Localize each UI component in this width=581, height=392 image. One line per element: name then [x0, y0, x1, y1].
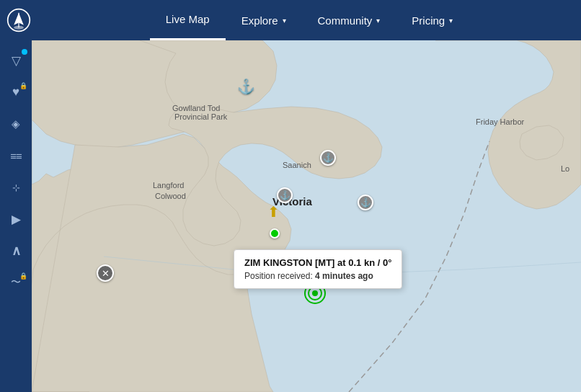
tooltip-time: 4 minutes ago [315, 271, 373, 281]
pricing-chevron: ▾ [449, 17, 453, 24]
weather-icon: ≡≡ [10, 150, 22, 162]
favorites-button[interactable]: ♥ 🔒 [1, 78, 30, 107]
green-dot-vessel[interactable] [270, 228, 280, 239]
nav-community[interactable]: Community ▾ [302, 0, 396, 40]
tooltip-position: Position received: 4 minutes ago [244, 271, 391, 281]
nav-explore[interactable]: Explore ▾ [226, 0, 302, 40]
navbar: Live Map Explore ▾ Community ▾ Pricing ▾ [0, 0, 581, 40]
play-icon: ▶ [12, 212, 21, 227]
gray-x-vessel[interactable]: ✕ [97, 264, 114, 282]
vessel-tooltip: ZIM KINGSTON [MT] at 0.1 kn / 0° Positio… [234, 249, 402, 289]
layers-icon: ◈ [12, 117, 20, 130]
svg-point-2 [14, 26, 24, 30]
measure-button[interactable]: ∧ [1, 236, 30, 265]
lock-icon-2: 🔒 [19, 272, 27, 280]
anchor-icon-2: ⚓ [277, 187, 293, 203]
inner-dot [312, 290, 318, 296]
nav-live-map[interactable]: Live Map [150, 0, 226, 40]
measure-icon: ∧ [12, 243, 21, 259]
filter-icon: ▽ [12, 53, 21, 68]
track-button[interactable]: 〜 🔒 [1, 268, 30, 297]
cargo-icon-1: ⚓ [237, 79, 255, 94]
app-logo[interactable] [0, 0, 37, 40]
favorite-icon: ♥ [12, 85, 19, 99]
cargo-vessel-top[interactable]: ⚓ [237, 78, 255, 95]
port-icon-victoria-2[interactable]: ⚓ [358, 195, 373, 210]
community-chevron: ▾ [376, 17, 380, 24]
explore-chevron: ▾ [283, 17, 286, 24]
cargo-vessel-victoria[interactable]: ⬆ [267, 203, 280, 220]
weather-button[interactable]: ≡≡ [1, 141, 30, 170]
layers-button[interactable]: ◈ [1, 110, 30, 138]
graph-button[interactable]: ⊹ [1, 173, 30, 202]
filter-badge [22, 49, 27, 55]
graph-icon: ⊹ [12, 182, 20, 193]
cargo-icon-2: ⬆ [267, 204, 280, 220]
anchor-icon-1: ⚓ [320, 150, 336, 166]
green-dot-icon [270, 228, 280, 239]
play-button[interactable]: ▶ [1, 205, 30, 233]
gray-x-icon: ✕ [97, 264, 114, 282]
lock-icon-1: 🔒 [19, 82, 27, 89]
filter-button[interactable]: ▽ [1, 46, 30, 75]
nav-links: Live Map Explore ▾ Community ▾ Pricing ▾ [37, 0, 581, 40]
map-svg [32, 40, 581, 392]
map-container[interactable]: Gowlland Tod Provincial Park Langford Co… [32, 40, 581, 392]
sidebar: ▽ ♥ 🔒 ◈ ≡≡ ⊹ ▶ ∧ 〜 🔒 [0, 40, 32, 392]
port-icon-saanich[interactable]: ⚓ [320, 150, 336, 166]
tooltip-vessel-name: ZIM KINGSTON [MT] at 0.1 kn / 0° [244, 257, 391, 268]
port-icon-victoria-1[interactable]: ⚓ [277, 187, 293, 203]
anchor-icon-3: ⚓ [358, 195, 373, 210]
nav-pricing[interactable]: Pricing ▾ [396, 0, 469, 40]
